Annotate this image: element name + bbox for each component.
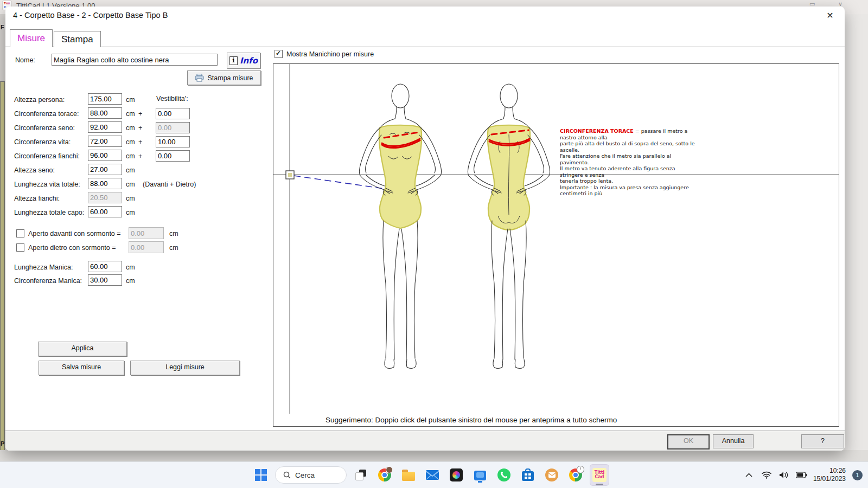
show-mannequin-checkbox[interactable] [275,50,283,58]
vestibility-input[interactable] [156,122,190,133]
chrome-button[interactable] [375,464,394,486]
load-measures-button[interactable]: Leggi misure [130,361,240,375]
volume-icon[interactable] [778,470,789,480]
measure-row: Circonferenza Manica:cm [14,274,269,288]
save-measures-button[interactable]: Salva misure [39,361,124,375]
open-option-label: Aperto davanti con sormonto = [28,230,121,237]
apply-button[interactable]: Applica [38,342,127,356]
corpetto-base-dialog: 4 - Corpetto Base - 2 - Corpetto Base Ti… [5,7,845,451]
background-window-content-sliver [0,81,5,451]
vestibility-input[interactable] [156,150,190,162]
mannequin-front [359,84,441,368]
mail-button[interactable] [423,464,442,486]
measure-input[interactable] [88,93,122,105]
name-input[interactable] [52,54,218,66]
task-view-icon [355,470,366,480]
measure-input[interactable] [88,150,122,161]
measure-input[interactable] [88,274,122,286]
open-option-input[interactable] [129,241,164,253]
plus-label: + [138,124,142,132]
measure-input[interactable] [88,107,122,119]
show-mannequin-row[interactable]: Mostra Manichino per misure [275,50,374,58]
measure-row: Lunghezza Manica:cm [14,261,269,274]
name-label: Nome: [15,56,35,64]
creative-cloud-button[interactable] [446,464,466,486]
show-mannequin-label: Mostra Manichino per misure [286,50,374,58]
screen: TittiC TittiCad L1 Versione 1.00 ▭ ∨ F P… [0,0,868,488]
measure-row: Circonferenza torace:cm+ [14,107,269,121]
measure-label: Lunghezza totale capo: [14,209,84,216]
titticad-taskbar-button[interactable]: Titti Cad [590,464,609,486]
background-window-bottom-strip [0,450,868,462]
notification-badge[interactable]: 1 [852,470,863,480]
open-option-checkbox[interactable] [16,243,24,252]
sleeve-rows: Lunghezza Manica:cmCirconferenza Manica:… [14,261,269,288]
plus-label: + [138,138,142,146]
mail-alt-icon [545,468,558,481]
file-explorer-button[interactable] [399,464,418,486]
task-view-button[interactable] [351,464,371,486]
measure-input[interactable] [88,261,122,272]
taskbar-clock[interactable]: 10:26 15/01/2023 [813,467,846,483]
vestibility-input[interactable] [156,108,190,119]
clock-time: 10:26 [813,467,846,475]
open-option-input[interactable] [129,227,164,239]
measure-input[interactable] [88,164,122,175]
dialog-footer: OK Annulla ? [5,431,845,451]
plus-label: + [138,152,142,160]
help-button[interactable]: ? [801,434,844,448]
info-button[interactable]: i Info [227,53,260,68]
unit-label: cm [169,244,178,252]
measure-note: (Davanti + Dietro) [143,181,196,188]
instruction-title: CIRCONFERENZA TORACE [560,128,634,134]
phone-link-button[interactable] [470,464,490,486]
taskbar-search[interactable]: Cerca [275,466,347,484]
unit-label: cm [126,209,135,216]
tab-strip: Misure Stampa [10,29,101,47]
measure-row: Lunghezza vita totale:cm(Davanti + Dietr… [14,178,269,192]
measure-label: Circonferenza Manica: [14,277,82,285]
instruction-body: = passare il metro a nastro attorno alla… [560,128,695,196]
creative-cloud-icon [450,468,463,481]
measure-input[interactable] [88,206,122,217]
open-option-row: Aperto dietro con sormonto =cm [15,241,270,255]
battery-icon[interactable] [796,470,807,480]
info-button-label: Info [240,56,258,66]
measure-input[interactable] [88,136,122,147]
whatsapp-button[interactable] [494,464,514,486]
measure-row: Circonferenza fianchi:cm+ [14,150,269,164]
measure-rows: Altezza persona:cmCirconferenza torace:c… [14,93,269,220]
cancel-button[interactable]: Annulla [713,434,754,448]
system-tray: 10:26 15/01/2023 1 [744,462,863,488]
vestibility-input[interactable] [156,136,190,147]
unit-label: cm [126,96,135,104]
measure-label: Circonferenza fianchi: [14,152,80,160]
chrome-alarm-button[interactable] [566,464,585,486]
tab-misure[interactable]: Misure [10,29,53,47]
open-option-rows: Aperto davanti con sormonto =cmAperto di… [15,227,270,255]
measure-input[interactable] [88,178,122,189]
start-button[interactable] [251,464,271,486]
windows-start-icon [255,469,267,481]
mannequin-drawing [273,64,839,426]
measure-row: Circonferenza seno:cm+ [14,121,269,136]
wifi-icon[interactable] [761,470,772,480]
measure-input[interactable] [88,192,122,203]
file-explorer-icon [402,472,415,481]
unit-label: cm [126,195,135,202]
tab-stampa[interactable]: Stampa [54,31,101,47]
print-measures-button[interactable]: Stampa misure [187,70,261,85]
unit-label: cm [169,230,178,237]
measure-label: Lunghezza Manica: [14,264,73,271]
mail-alt-button[interactable] [542,464,561,486]
ok-button[interactable]: OK [667,434,710,450]
mannequin-canvas[interactable]: CIRCONFERENZA TORACE = passare il metro … [273,63,839,427]
close-icon[interactable]: ✕ [822,9,838,23]
open-option-checkbox[interactable] [16,229,24,237]
taskbar-app-icons: Cerca [251,462,609,488]
tray-chevron-icon[interactable] [744,470,755,480]
microsoft-store-button[interactable] [518,464,538,486]
unit-label: cm [126,138,135,146]
printer-icon [195,74,204,82]
measure-input[interactable] [88,121,122,133]
